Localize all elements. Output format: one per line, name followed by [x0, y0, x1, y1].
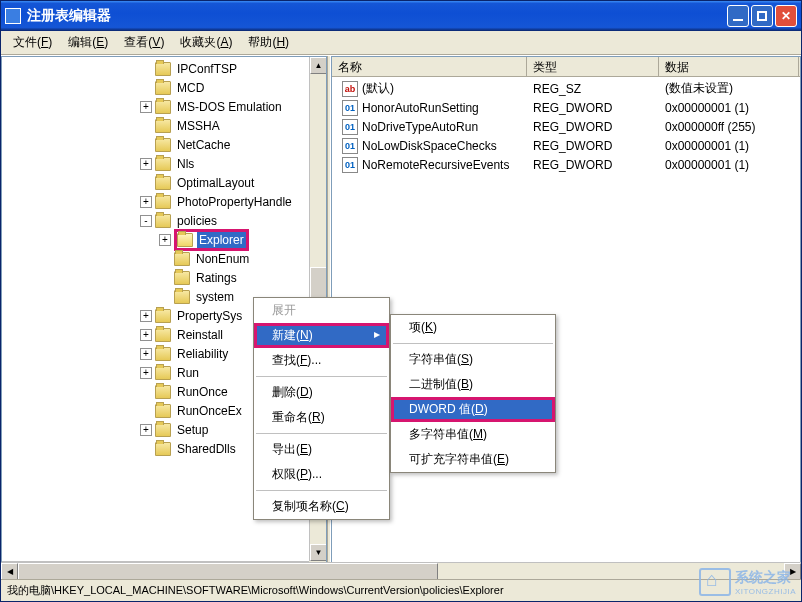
- folder-icon: [155, 423, 171, 437]
- listview-header[interactable]: 名称类型数据: [332, 57, 800, 77]
- highlight-box: Explorer: [174, 229, 249, 251]
- folder-icon: [155, 119, 171, 133]
- expand-toggle[interactable]: -: [140, 215, 152, 227]
- menu-separator: [256, 490, 387, 491]
- listview-body: ab(默认)REG_SZ(数值未设置)01HonorAutoRunSetting…: [332, 77, 800, 176]
- scroll-down-button[interactable]: ▼: [310, 544, 327, 561]
- value-name: HonorAutoRunSetting: [362, 101, 479, 115]
- menu-收藏夹[interactable]: 收藏夹(A): [172, 32, 240, 53]
- tree-item-MS-DOS Emulation[interactable]: +MS-DOS Emulation: [2, 97, 326, 116]
- registry-value-row[interactable]: 01NoDriveTypeAutoRunREG_DWORD0x000000ff …: [332, 117, 800, 136]
- folder-icon: [155, 309, 171, 323]
- value-icon: ab: [342, 81, 358, 97]
- registry-value-row[interactable]: 01NoRemoteRecursiveEventsREG_DWORD0x0000…: [332, 155, 800, 174]
- expand-toggle[interactable]: +: [159, 234, 171, 246]
- expand-toggle[interactable]: +: [140, 329, 152, 341]
- tree-label: MS-DOS Emulation: [175, 99, 284, 115]
- folder-icon: [155, 404, 171, 418]
- menu-item-二进制值[interactable]: 二进制值(B): [391, 372, 555, 397]
- value-icon: 01: [342, 119, 358, 135]
- tree-label: Nls: [175, 156, 196, 172]
- menu-item-新建[interactable]: 新建(N): [254, 323, 389, 348]
- value-name: NoLowDiskSpaceChecks: [362, 139, 497, 153]
- menu-item-多字符串值[interactable]: 多字符串值(M): [391, 422, 555, 447]
- value-data: 0x00000001 (1): [659, 158, 799, 172]
- statusbar: 我的电脑\HKEY_LOCAL_MACHINE\SOFTWARE\Microso…: [1, 579, 801, 601]
- tree-label: Run: [175, 365, 201, 381]
- tree-label: Setup: [175, 422, 210, 438]
- folder-icon: [155, 81, 171, 95]
- menu-item-项[interactable]: 项(K): [391, 315, 555, 340]
- column-header[interactable]: 类型: [527, 57, 659, 76]
- tree-label: IPConfTSP: [175, 61, 239, 77]
- folder-icon: [155, 347, 171, 361]
- menu-item-重命名[interactable]: 重命名(R): [254, 405, 389, 430]
- scroll-up-button[interactable]: ▲: [310, 57, 327, 74]
- value-name: (默认): [362, 80, 394, 97]
- folder-icon: [155, 195, 171, 209]
- tree-item-OptimalLayout[interactable]: OptimalLayout: [2, 173, 326, 192]
- tree-item-IPConfTSP[interactable]: IPConfTSP: [2, 59, 326, 78]
- expand-toggle[interactable]: +: [140, 158, 152, 170]
- menu-item-字符串值[interactable]: 字符串值(S): [391, 347, 555, 372]
- menu-item-权限[interactable]: 权限(P)...: [254, 462, 389, 487]
- tree-item-Nls[interactable]: +Nls: [2, 154, 326, 173]
- close-button[interactable]: ✕: [775, 5, 797, 27]
- menu-帮助[interactable]: 帮助(H): [240, 32, 297, 53]
- registry-value-row[interactable]: ab(默认)REG_SZ(数值未设置): [332, 79, 800, 98]
- tree-label: MCD: [175, 80, 206, 96]
- expand-toggle[interactable]: +: [140, 101, 152, 113]
- menu-item-DWORD 值[interactable]: DWORD 值(D): [391, 397, 555, 422]
- registry-editor-window: 注册表编辑器 ✕ 文件(F)编辑(E)查看(V)收藏夹(A)帮助(H) IPCo…: [0, 0, 802, 602]
- expand-toggle[interactable]: +: [140, 310, 152, 322]
- folder-icon: [155, 176, 171, 190]
- registry-value-row[interactable]: 01HonorAutoRunSettingREG_DWORD0x00000001…: [332, 98, 800, 117]
- registry-value-row[interactable]: 01NoLowDiskSpaceChecksREG_DWORD0x0000000…: [332, 136, 800, 155]
- menu-查看[interactable]: 查看(V): [116, 32, 172, 53]
- folder-icon: [174, 252, 190, 266]
- folder-icon: [155, 328, 171, 342]
- tree-item-MSSHA[interactable]: MSSHA: [2, 116, 326, 135]
- value-icon: 01: [342, 100, 358, 116]
- menubar: 文件(F)编辑(E)查看(V)收藏夹(A)帮助(H): [1, 31, 801, 55]
- titlebar[interactable]: 注册表编辑器 ✕: [1, 1, 801, 31]
- tree-label: Ratings: [194, 270, 239, 286]
- scroll-thumb-h[interactable]: [331, 563, 438, 579]
- value-data: 0x000000ff (255): [659, 120, 799, 134]
- menu-文件[interactable]: 文件(F): [5, 32, 60, 53]
- expand-toggle[interactable]: +: [140, 348, 152, 360]
- expand-toggle[interactable]: +: [140, 196, 152, 208]
- menu-separator: [256, 433, 387, 434]
- tree-item-Explorer[interactable]: +Explorer: [2, 230, 326, 249]
- menu-item-导出[interactable]: 导出(E): [254, 437, 389, 462]
- value-data: 0x00000001 (1): [659, 101, 799, 115]
- tree-item-Ratings[interactable]: Ratings: [2, 268, 326, 287]
- tree-item-NetCache[interactable]: NetCache: [2, 135, 326, 154]
- minimize-button[interactable]: [727, 5, 749, 27]
- menu-item-可扩充字符串值[interactable]: 可扩充字符串值(E): [391, 447, 555, 472]
- expand-toggle[interactable]: +: [140, 424, 152, 436]
- column-header[interactable]: 数据: [659, 57, 799, 76]
- value-data: (数值未设置): [659, 80, 799, 97]
- brand-icon: [699, 568, 731, 596]
- tree-item-policies[interactable]: -policies: [2, 211, 326, 230]
- tree-label: NonEnum: [194, 251, 251, 267]
- menu-separator: [393, 343, 553, 344]
- tree-item-MCD[interactable]: MCD: [2, 78, 326, 97]
- context-submenu-new[interactable]: 项(K)字符串值(S)二进制值(B)DWORD 值(D)多字符串值(M)可扩充字…: [390, 314, 556, 473]
- menu-item-查找[interactable]: 查找(F)...: [254, 348, 389, 373]
- menu-item-复制项名称[interactable]: 复制项名称(C): [254, 494, 389, 519]
- maximize-button[interactable]: [751, 5, 773, 27]
- folder-icon: [155, 100, 171, 114]
- context-menu-main[interactable]: 展开新建(N)查找(F)...删除(D)重命名(R)导出(E)权限(P)...复…: [253, 297, 390, 520]
- menu-编辑[interactable]: 编辑(E): [60, 32, 116, 53]
- tree-label: policies: [175, 213, 219, 229]
- column-header[interactable]: 名称: [332, 57, 527, 76]
- tree-item-PhotoPropertyHandle[interactable]: +PhotoPropertyHandle: [2, 192, 326, 211]
- folder-icon: [155, 62, 171, 76]
- menu-separator: [256, 376, 387, 377]
- expand-toggle[interactable]: +: [140, 367, 152, 379]
- tree-item-NonEnum[interactable]: NonEnum: [2, 249, 326, 268]
- tree-label: SharedDlls: [175, 441, 238, 457]
- menu-item-删除[interactable]: 删除(D): [254, 380, 389, 405]
